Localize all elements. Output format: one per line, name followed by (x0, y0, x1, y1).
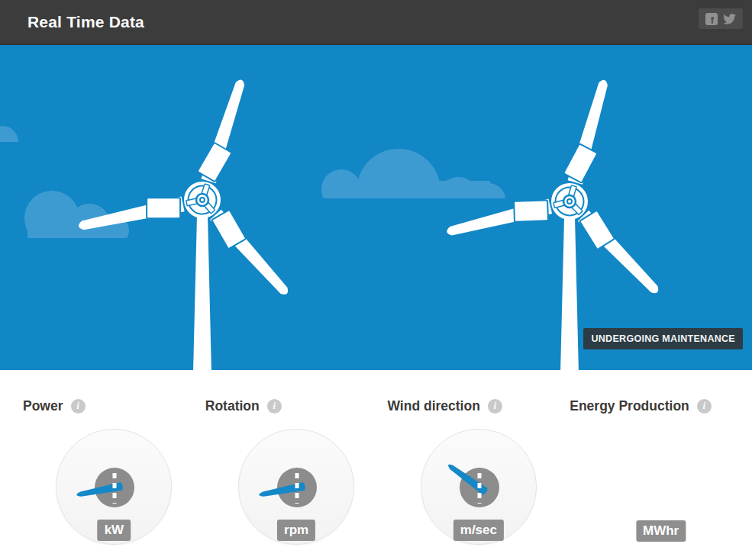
info-icon[interactable]: i (697, 399, 712, 414)
gauge-rotation: Rotation i rpm (205, 397, 388, 560)
turbine-illustration: UNDERGOING MAINTENANCE (0, 45, 752, 370)
unit-badge: MWhr (636, 520, 686, 542)
wind-farm-scene (0, 45, 752, 370)
gauge-dial: kW (56, 429, 172, 545)
gauge-label: Rotation (205, 398, 260, 414)
info-icon[interactable]: i (71, 399, 86, 414)
unit-badge: kW (98, 520, 131, 541)
page-title: Real Time Data (27, 13, 144, 31)
gauge-dial: rpm (238, 429, 354, 545)
gauge-energy-production: Energy Production i MWhr (570, 397, 752, 560)
info-glyph: i (702, 400, 705, 412)
info-icon[interactable]: i (488, 399, 502, 414)
sky-background (0, 45, 752, 370)
info-icon[interactable]: i (267, 399, 282, 414)
twitter-icon[interactable] (723, 14, 736, 24)
facebook-glyph: f (711, 15, 714, 25)
info-glyph: i (494, 400, 497, 412)
unit-badge: m/sec (453, 520, 504, 541)
info-glyph: i (273, 400, 276, 412)
maintenance-badge: UNDERGOING MAINTENANCE (583, 328, 743, 349)
gauge-dial: m/sec (421, 429, 537, 545)
gauge-dial-empty: MWhr (603, 429, 719, 545)
gauge-label: Energy Production (570, 398, 689, 414)
gauge-label: Power (23, 398, 63, 414)
social-buttons: f (699, 8, 743, 29)
metrics-panel: Power i kW Rotation i (0, 370, 752, 560)
gauge-power: Power i kW (23, 397, 205, 560)
unit-badge: rpm (277, 520, 315, 541)
info-glyph: i (76, 400, 79, 412)
header: Real Time Data f (0, 0, 752, 45)
gauge-label: Wind direction (388, 398, 480, 414)
gauge-wind-direction: Wind direction i m/sec (388, 397, 570, 560)
facebook-icon[interactable]: f (705, 13, 718, 25)
